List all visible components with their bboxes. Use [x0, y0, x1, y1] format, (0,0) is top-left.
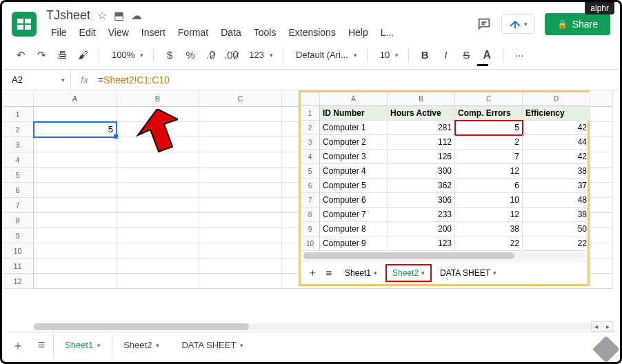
cloud-status-icon[interactable]: ☁ [131, 9, 142, 22]
row-header[interactable]: 3 [2, 137, 34, 152]
pv-cell[interactable]: 12 [455, 164, 523, 179]
preview-tab-data[interactable]: DATA SHEET▾ [433, 264, 503, 282]
pv-cell[interactable]: 7 [455, 150, 523, 164]
pv-cell[interactable]: Computer 4 [320, 164, 388, 179]
pv-cell[interactable]: 2 [455, 135, 523, 150]
pv-cell[interactable]: 38 [455, 222, 523, 236]
tab-data-sheet[interactable]: DATA SHEET▾ [170, 333, 254, 357]
explore-button[interactable] [592, 335, 620, 363]
menu-edit[interactable]: Edit [74, 24, 101, 41]
pv-cell[interactable]: Computer 1 [320, 121, 388, 135]
pv-row-header[interactable]: 9 [301, 222, 320, 236]
scroll-arrows[interactable]: ◂▸ [591, 321, 613, 332]
col-header[interactable]: A [34, 90, 117, 107]
preview-hscroll[interactable] [303, 252, 585, 259]
row-header[interactable]: 5 [2, 168, 34, 183]
pv-cell[interactable]: Computer 9 [320, 236, 388, 251]
font-size-select[interactable]: 10▾ [374, 48, 401, 61]
format-percent-button[interactable]: % [181, 46, 199, 64]
pv-cell[interactable]: 50 [523, 222, 590, 236]
formula-input[interactable]: =Sheet2!C1:C10 [98, 74, 170, 85]
add-sheet-button[interactable]: ＋ [6, 334, 30, 357]
select-all-corner[interactable] [2, 90, 34, 107]
pv-cell[interactable]: Computer 5 [320, 179, 388, 193]
row-header[interactable]: 9 [2, 228, 34, 243]
row-header[interactable]: 12 [2, 274, 34, 289]
pv-cell[interactable]: 44 [523, 135, 590, 150]
pv-cell[interactable]: Computer 2 [320, 135, 388, 150]
pv-cell[interactable]: 48 [523, 193, 590, 208]
row-header[interactable]: 7 [2, 198, 34, 213]
pv-col-header[interactable]: D [523, 92, 590, 106]
pv-cell[interactable]: 300 [388, 164, 455, 179]
menu-file[interactable]: File [46, 24, 72, 41]
font-select[interactable]: Default (Ari...▾ [290, 48, 360, 61]
all-sheets-button[interactable]: ≡ [30, 334, 53, 357]
pv-cell[interactable]: 123 [388, 236, 455, 251]
pv-cell[interactable]: Computer 3 [320, 150, 388, 164]
pv-cell[interactable]: 6 [455, 179, 523, 193]
share-button[interactable]: 🔒 Share [545, 13, 610, 35]
pv-cell[interactable]: 22 [455, 236, 523, 251]
menu-extensions[interactable]: Extensions [283, 24, 340, 41]
pv-cell[interactable]: 306 [388, 193, 455, 208]
menu-view[interactable]: View [103, 24, 134, 41]
pv-row-header[interactable]: 7 [301, 193, 320, 208]
col-header[interactable]: C [199, 90, 282, 107]
row-header[interactable]: 6 [2, 183, 34, 198]
row-header[interactable]: 2 [2, 122, 34, 137]
tab-sheet2[interactable]: Sheet2▾ [112, 333, 170, 357]
zoom-select[interactable]: 100%▾ [106, 48, 146, 61]
decrease-decimal-button[interactable]: .0̷ [202, 46, 220, 64]
pv-cell[interactable]: Computer 8 [320, 222, 388, 236]
number-format-select[interactable]: 123▾ [243, 48, 276, 61]
pv-row-header[interactable]: 6 [301, 179, 320, 193]
pv-cell[interactable]: 5 [455, 121, 523, 135]
pv-row-header[interactable]: 3 [301, 135, 320, 150]
preview-tab-sheet1[interactable]: Sheet1▾ [338, 264, 384, 282]
pv-col-header[interactable]: A [320, 92, 388, 106]
tab-sheet1[interactable]: Sheet1▾ [53, 333, 112, 357]
pv-cell[interactable]: 42 [523, 150, 590, 164]
row-header[interactable]: 1 [2, 107, 34, 122]
row-header[interactable]: 10 [2, 243, 34, 259]
pv-row-header[interactable]: 10 [301, 236, 320, 251]
menu-help[interactable]: Help [343, 24, 373, 41]
print-button[interactable]: 🖶 [53, 46, 71, 64]
sheets-logo[interactable] [12, 12, 37, 37]
pv-cell[interactable]: 126 [388, 150, 455, 164]
pv-cell[interactable]: 10 [455, 193, 523, 208]
menu-more[interactable]: L... [376, 24, 399, 41]
bold-button[interactable]: B [416, 46, 434, 64]
pv-cell[interactable]: 233 [388, 208, 455, 222]
menu-format[interactable]: Format [173, 24, 213, 41]
menu-insert[interactable]: Insert [137, 24, 170, 41]
row-header[interactable]: 8 [2, 213, 34, 228]
paint-format-button[interactable]: 🖌 [74, 46, 92, 64]
pv-col-header[interactable]: B [388, 92, 455, 106]
pv-cell[interactable]: 112 [388, 135, 455, 150]
pv-cell[interactable]: 38 [523, 208, 590, 222]
row-header[interactable]: 4 [2, 152, 34, 168]
strikethrough-button[interactable]: S [457, 46, 475, 64]
pv-cell[interactable]: Computer 7 [320, 208, 388, 222]
pv-row-header[interactable]: 4 [301, 150, 320, 164]
pv-cell[interactable]: 12 [455, 208, 523, 222]
menu-data[interactable]: Data [216, 24, 246, 41]
pv-cell[interactable]: 42 [523, 121, 590, 135]
pv-cell[interactable]: 362 [388, 179, 455, 193]
toolbar-more-button[interactable]: ··· [510, 46, 528, 64]
pv-row-header[interactable]: 5 [301, 164, 320, 179]
star-icon[interactable]: ☆ [97, 9, 107, 22]
pv-cell[interactable]: 38 [523, 164, 590, 179]
pv-col-header[interactable]: C [455, 92, 523, 106]
pv-cell[interactable]: 22 [523, 236, 590, 251]
preview-all-sheets[interactable]: ≡ [321, 264, 337, 282]
document-title[interactable]: TJsheet [46, 8, 90, 23]
text-color-button[interactable]: A [478, 46, 496, 64]
italic-button[interactable]: I [437, 46, 454, 64]
col-header[interactable]: B [117, 90, 199, 107]
pv-cell[interactable]: Computer 6 [320, 193, 388, 208]
undo-button[interactable]: ↶ [12, 46, 30, 64]
present-button[interactable]: ▾ [501, 14, 535, 34]
